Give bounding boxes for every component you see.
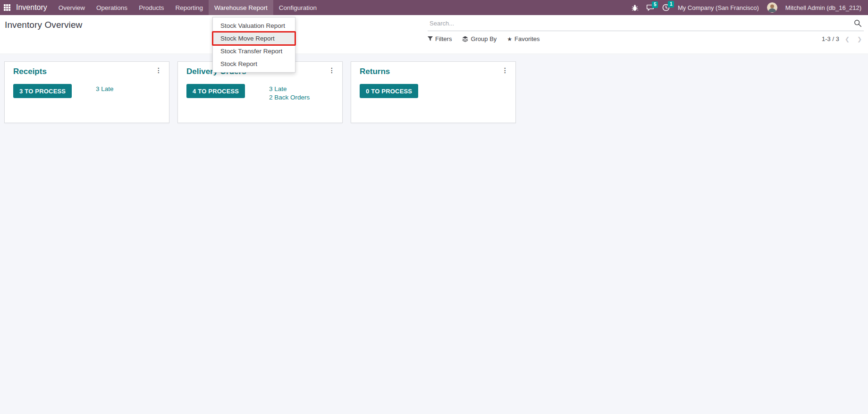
card-returns-title[interactable]: Returns (360, 67, 390, 76)
apps-menu-button[interactable] (0, 0, 14, 15)
card-receipts-title[interactable]: Receipts (13, 67, 47, 76)
control-panel: Inventory Overview Filters (0, 15, 868, 54)
pager-next-icon[interactable]: ❯ (855, 36, 864, 42)
apps-grid-icon (4, 4, 10, 11)
debug-bug-icon[interactable] (632, 4, 638, 11)
group-by-button[interactable]: Group By (462, 35, 497, 42)
search-icon (854, 19, 862, 27)
activities-count-badge: 1 (668, 1, 674, 8)
page-title: Inventory Overview (5, 20, 82, 30)
search-options-row: Filters Group By ★ Favorites 1-3 / 3 ❮ ❯ (428, 35, 864, 42)
search-bar (428, 16, 864, 31)
favorites-label: Favorites (514, 35, 539, 42)
company-switcher[interactable]: My Company (San Francisco) (678, 4, 759, 11)
favorites-button[interactable]: ★ Favorites (507, 35, 539, 42)
card-receipts-kebab-icon[interactable]: ⋮ (153, 66, 164, 75)
card-returns-kebab-icon[interactable]: ⋮ (499, 66, 511, 75)
user-menu[interactable]: Mitchell Admin (db_16_212) (785, 4, 861, 11)
filters-label: Filters (435, 35, 452, 42)
card-delivery-orders-links: 3 Late 2 Back Orders (269, 85, 310, 101)
main-menu: Overview Operations Products Reporting W… (53, 0, 322, 15)
activities-clock-icon[interactable]: 1 (662, 4, 670, 11)
menu-item-stock-move-report-label: Stock Move Report (220, 35, 275, 42)
menu-products[interactable]: Products (133, 0, 169, 15)
filter-funnel-icon (428, 36, 433, 41)
card-receipts-to-process-button[interactable]: 3 TO PROCESS (13, 84, 72, 98)
group-by-label: Group By (471, 35, 497, 42)
messages-count-badge: 5 (652, 1, 658, 8)
pager-previous-icon[interactable]: ❮ (843, 36, 851, 42)
card-receipts-links: 3 Late (96, 85, 114, 92)
card-delivery-orders-to-process-button[interactable]: 4 TO PROCESS (186, 84, 245, 98)
filters-button[interactable]: Filters (428, 35, 452, 42)
app-brand[interactable]: Inventory (14, 0, 53, 15)
card-returns-to-process-button[interactable]: 0 TO PROCESS (360, 84, 418, 98)
menu-overview[interactable]: Overview (53, 0, 91, 15)
card-receipts: Receipts ⋮ 3 TO PROCESS 3 Late (4, 61, 169, 123)
group-by-layers-icon (462, 36, 468, 42)
pager: 1-3 / 3 ❮ ❯ (822, 35, 864, 42)
menu-item-stock-transfer-report[interactable]: Stock Transfer Report (213, 45, 295, 58)
warehouse-report-dropdown: Stock Valuation Report Stock Move Report… (212, 17, 295, 73)
card-returns: Returns ⋮ 0 TO PROCESS (351, 61, 516, 123)
menu-operations[interactable]: Operations (91, 0, 133, 15)
menu-item-stock-valuation-report[interactable]: Stock Valuation Report (213, 19, 295, 32)
navbar-left: Inventory Overview Operations Products R… (0, 0, 322, 15)
menu-configuration[interactable]: Configuration (273, 0, 322, 15)
content-area: Receipts ⋮ 3 TO PROCESS 3 Late Delivery … (0, 55, 868, 414)
card-delivery-orders-back-orders-link[interactable]: 2 Back Orders (269, 94, 310, 101)
pager-value[interactable]: 1-3 / 3 (822, 35, 839, 42)
menu-warehouse-report[interactable]: Warehouse Report (209, 0, 273, 15)
favorites-star-icon: ★ (507, 36, 512, 42)
menu-item-stock-move-report[interactable]: Stock Move Report (213, 32, 295, 45)
search-input[interactable] (430, 20, 854, 27)
card-delivery-orders-kebab-icon[interactable]: ⋮ (326, 66, 337, 75)
top-navbar: Inventory Overview Operations Products R… (0, 0, 868, 15)
user-avatar[interactable] (767, 2, 777, 13)
menu-reporting[interactable]: Reporting (169, 0, 209, 15)
card-receipts-late-link[interactable]: 3 Late (96, 85, 114, 92)
menu-item-stock-report[interactable]: Stock Report (213, 58, 295, 70)
control-panel-right: Filters Group By ★ Favorites 1-3 / 3 ❮ ❯ (428, 16, 864, 42)
messages-icon[interactable]: 5 (646, 4, 654, 11)
systray: 5 1 My Company (San Francisco) Mitchell … (632, 0, 868, 15)
card-delivery-orders-late-link[interactable]: 3 Late (269, 85, 310, 92)
